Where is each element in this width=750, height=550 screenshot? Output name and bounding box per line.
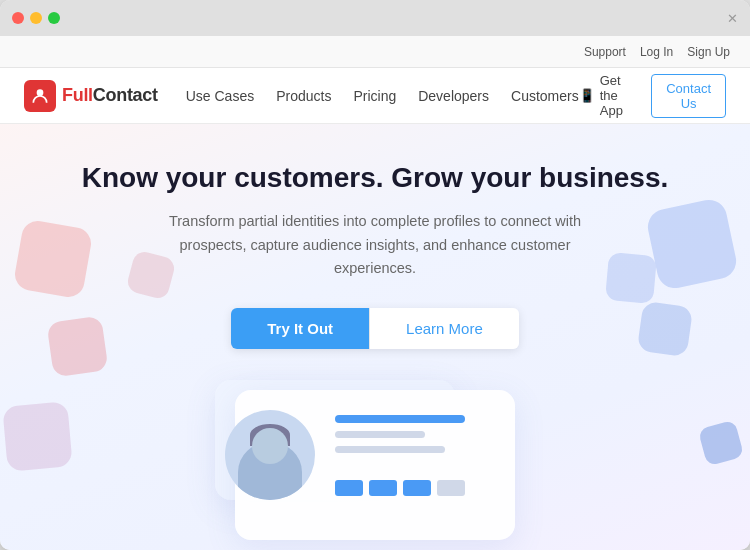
hero-section: Know your customers. Grow your business.… bbox=[0, 124, 750, 550]
maximize-traffic-light[interactable] bbox=[48, 12, 60, 24]
phone-icon: 📱 bbox=[579, 88, 595, 103]
traffic-lights bbox=[12, 12, 60, 24]
card-mockup bbox=[165, 370, 585, 550]
title-bar: ✕ bbox=[0, 0, 750, 36]
card-dot-1 bbox=[335, 480, 363, 496]
card-lines bbox=[335, 415, 465, 453]
nav-customers[interactable]: Customers bbox=[511, 88, 579, 104]
avatar bbox=[225, 410, 315, 500]
learn-more-button[interactable]: Learn More bbox=[369, 308, 519, 349]
try-it-out-button[interactable]: Try It Out bbox=[231, 308, 369, 349]
logo-text: FullContact bbox=[62, 85, 158, 106]
nav-right: 📱 Get the App Contact Us bbox=[579, 73, 726, 118]
nav-products[interactable]: Products bbox=[276, 88, 331, 104]
title-bar-right: ✕ bbox=[727, 9, 738, 27]
logo-icon bbox=[24, 80, 56, 112]
card-line-1 bbox=[335, 415, 465, 423]
deco-shape-5 bbox=[645, 197, 740, 292]
deco-shape-2 bbox=[46, 315, 108, 377]
window-close-icon[interactable]: ✕ bbox=[727, 11, 738, 26]
nav-use-cases[interactable]: Use Cases bbox=[186, 88, 254, 104]
deco-shape-8 bbox=[605, 252, 657, 304]
browser-window: ✕ Support Log In Sign Up FullContact Use… bbox=[0, 0, 750, 550]
deco-shape-7 bbox=[698, 420, 745, 467]
utility-bar: Support Log In Sign Up bbox=[0, 36, 750, 68]
nav-links: Use Cases Products Pricing Developers Cu… bbox=[186, 88, 579, 104]
card-line-3 bbox=[335, 446, 445, 453]
hero-subtitle: Transform partial identities into comple… bbox=[155, 210, 595, 280]
avatar-head bbox=[252, 428, 288, 464]
signup-link[interactable]: Sign Up bbox=[687, 45, 730, 59]
deco-shape-4 bbox=[2, 401, 72, 471]
logo[interactable]: FullContact bbox=[24, 80, 158, 112]
hero-title: Know your customers. Grow your business. bbox=[82, 160, 669, 196]
svg-point-0 bbox=[37, 89, 44, 96]
get-app-button[interactable]: 📱 Get the App bbox=[579, 73, 637, 118]
nav-developers[interactable]: Developers bbox=[418, 88, 489, 104]
hero-buttons: Try It Out Learn More bbox=[231, 308, 519, 349]
card-line-2 bbox=[335, 431, 425, 438]
nav-bar: FullContact Use Cases Products Pricing D… bbox=[0, 68, 750, 124]
nav-pricing[interactable]: Pricing bbox=[353, 88, 396, 104]
login-link[interactable]: Log In bbox=[640, 45, 673, 59]
support-link[interactable]: Support bbox=[584, 45, 626, 59]
card-dots bbox=[335, 480, 465, 496]
card-dot-2 bbox=[369, 480, 397, 496]
deco-shape-6 bbox=[637, 301, 693, 357]
deco-shape-1 bbox=[12, 218, 93, 299]
contact-us-button[interactable]: Contact Us bbox=[651, 74, 726, 118]
card-dot-4 bbox=[437, 480, 465, 496]
get-app-label: Get the App bbox=[600, 73, 637, 118]
close-traffic-light[interactable] bbox=[12, 12, 24, 24]
minimize-traffic-light[interactable] bbox=[30, 12, 42, 24]
card-dot-3 bbox=[403, 480, 431, 496]
